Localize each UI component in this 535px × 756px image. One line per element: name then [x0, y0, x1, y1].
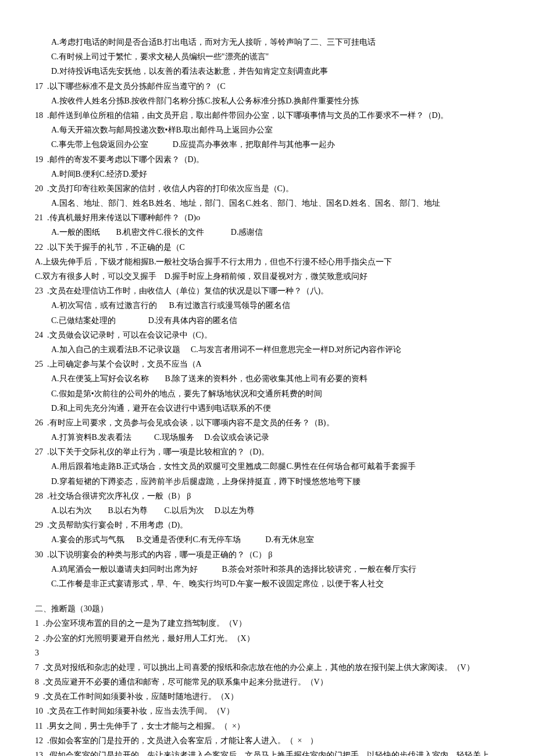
text-line: D.穿着短裙的下蹲姿态，应跨前半步后腿虚跪，上身保持挺直，蹲下时慢悠悠地弯下腰 — [35, 474, 494, 489]
text-line: 3 — [35, 646, 494, 660]
text-line: 12 .假如会客室的门是拉开的，文员进入会客室后，才能让客人进入。（ × ） — [35, 733, 494, 748]
text-line: 29 .文员帮助实行宴会时，不用考虑（D)。 — [35, 518, 494, 532]
text-line: 23 .文员在处理信访工作时，由收信人（单位）复信的状况是以下哪一种？（八)。 — [35, 284, 494, 298]
text-line: D.和上司先充分沟通，避开在会议进行中遇到电话联系的不便 — [35, 401, 494, 415]
text-line: 10 .文员在工作时间如须要补妆，应当去洗手间。（V） — [35, 704, 494, 718]
text-line: 21 .传真机最好用来传送以下哪种邮件？（D)o — [35, 210, 494, 225]
text-line: 17 .以下哪些标准不是文员分拣邮件应当遵守的？（C — [35, 79, 494, 94]
document-body: A.考虑打电话的时间是否合适B.打出电话，而对方无人接听，等铃声响了二、三下可挂… — [35, 35, 494, 756]
text-line: A.国名、地址、部门、姓名B.姓名、地址，部门、国名C.姓名、部门、地址、国名D… — [35, 196, 494, 210]
text-line: A.时间B.便利C.经济D.爱好 — [35, 167, 494, 181]
text-line: 25 .上司确定参与某个会议时，文员不应当（A — [35, 357, 494, 371]
text-line: A.按收件人姓名分拣B.按收件部门名称分拣C.按私人公务标准分拣D.换邮件重要性… — [35, 94, 494, 108]
text-line: 18 .邮件送到单位所租的信箱，由文员开启，取出邮件带回办公室，以下哪项事情与文… — [35, 108, 494, 123]
text-line: 24 .文员做会议记录时，可以在会议记录中（C)。 — [35, 328, 494, 342]
text-line: A.每天开箱次数与邮局投递次数•样B.取出邮件马上返回办公室 — [35, 123, 494, 137]
text-line: 9 .文员在工作时间如须要补妆，应随时随地进行。（X） — [35, 689, 494, 704]
text-line: 1 .办公室环境布置的目的之一是为了建立挡驾制度。（V） — [35, 616, 494, 630]
text-line: C.有时候上司过于繁忙，要求文秘人员编织一些"漂亮的谎言" — [35, 49, 494, 64]
text-line: A.打算资料B.发表看法 C.现场服务 D.会议或会谈记录 — [35, 430, 494, 445]
text-line: A.以右为次 B.以右为尊 C.以后为次 D.以左为尊 — [35, 503, 494, 518]
text-line: 20 .文员打印寄往欧美国家的信封，收信人内容的打印依次应当是（C)。 — [35, 181, 494, 196]
text-line: A.上级先伸手后，下级才能相握B.一般社交场合握手不行太用力，但也不行漫不经心用… — [35, 255, 494, 269]
text-line: 2 .办公室的灯光照明要避开自然光，最好用人工灯光。（X） — [35, 631, 494, 646]
text-line: 19 .邮件的寄发不要考虑以下哪个因素？（D)。 — [35, 152, 494, 167]
text-line: C.已做结案处理的 D.没有具体内容的匿名信 — [35, 313, 494, 328]
text-line: 26 .有时应上司要求，文员参与会见或会谈，以下哪项内容不是文员的任务？（B)。 — [35, 415, 494, 430]
text-line: 二、推断题（30题） — [35, 601, 494, 616]
text-line: 13 .假如会客室的门是拉开的，先让来访者进入会客室后，文员马上换手握住室内的门… — [35, 748, 494, 756]
text-line: 8 .文员应避开不必要的通信和邮寄，尽可能常见的联系集中起来分批进行。（V） — [35, 675, 494, 689]
text-line: 28 .社交场合很讲究次序礼仪，一般（B） β — [35, 489, 494, 503]
text-line: A.考虑打电话的时间是否合适B.打出电话，而对方无人接听，等铃声响了二、三下可挂… — [35, 35, 494, 49]
text-line: A.鸡尾酒会一般以邀请夫妇同时出席为好 B.茶会对茶叶和茶具的选择比较讲究，一般… — [35, 562, 494, 576]
text-line: A.初次写信，或有过激言行的 B.有过激言行或漫骂领导的匿名信 — [35, 298, 494, 313]
text-line: D.对待投诉电话先安抚他，以友善的看法表达歉意，并告知肯定立刻调查此事 — [35, 64, 494, 78]
text-line: A.加入自己的主观看法B.不记录议题 C.与发言者用词不一样但意思完全一样D.对… — [35, 342, 494, 357]
text-line: 11 .男女之间，男士先伸手了，女士才能与之相握。（ ×） — [35, 719, 494, 733]
text-line: C.工作餐是非正式宴请形式，早、午、晚实行均可D.午宴一般不设固定席位，以便于客… — [35, 576, 494, 591]
text-line: C.双方有很多人时，可以交叉握手 D.握手时应上身稍前倾，双目凝视对方，微笑致意… — [35, 269, 494, 284]
text-line: C.事先带上包袋返回办公室 D.应提高办事效率，把取邮件与其他事一起办 — [35, 137, 494, 152]
text-line: A.一般的图纸 B.机密文件C.很长的文件 D.感谢信 — [35, 225, 494, 239]
text-line: A.宴会的形式与气氛 B.交通是否便利C.有无停车场 D.有无休息室 — [35, 532, 494, 547]
text-line: C.假如是第•次前往的公司外的地点，要先了解场地状况和交通所耗费的时间 — [35, 386, 494, 401]
text-line: 7 .文员对报纸和杂志的处理，可以挑出上司喜爱的报纸和杂志放在他的办公桌上，其他… — [35, 660, 494, 675]
text-line: 22 .以下关于握手的礼节，不正确的是（C — [35, 240, 494, 255]
text-line: 30 .以下说明宴会的种类与形式的内容，哪一项是正确的？（C） β — [35, 547, 494, 562]
text-line: 27 .以下关于交际礼仪的举止行为，哪一项是比较相宜的？（D)。 — [35, 445, 494, 459]
text-line: A.只在便笺上写好会议名称 B.除了送来的资料外，也必需收集其他上司有必要的资料 — [35, 371, 494, 386]
text-line: A.用后跟着地走路B.正式场合，女性文员的双腿可交里翘成二郎腿C.男性在任何场合… — [35, 459, 494, 474]
